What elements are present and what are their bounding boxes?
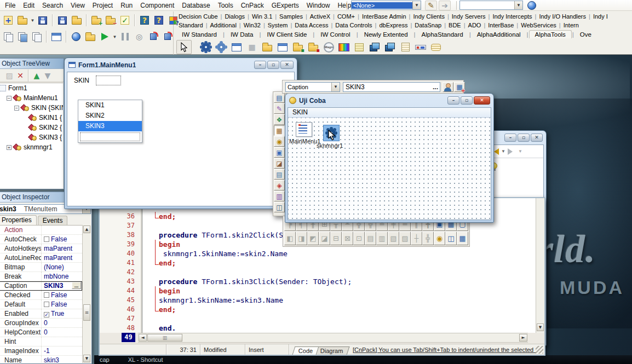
book-tool-button[interactable]: ▦ — [274, 125, 285, 136]
selector-arrow-button[interactable] — [176, 40, 192, 54]
property-combo-dropdown-icon[interactable]: ▼ — [331, 83, 340, 91]
property-row-name[interactable]: Nameskin3 — [0, 356, 82, 363]
set-debug-desktop-button[interactable]: ➔ — [439, 1, 451, 10]
step-over-button[interactable] — [160, 30, 175, 44]
property-row-helpcontext[interactable]: HelpContext0 — [0, 328, 82, 337]
menu-item-search[interactable]: Search — [38, 1, 67, 10]
palette-tab-indy-i-o-handlers[interactable]: Indy I/O Handlers — [537, 13, 588, 20]
window-list-button[interactable]: ▤ — [274, 169, 285, 180]
minimize-icon[interactable] — [447, 96, 459, 105]
menu-item-database[interactable]: Database — [178, 1, 214, 10]
toolbar-band-component-button[interactable] — [413, 40, 428, 54]
tree-item-mainmenu1[interactable]: −MainMenu1 — [0, 93, 63, 103]
palette-tab-iw-data[interactable]: IW Data — [225, 31, 259, 38]
menu-item-run[interactable]: Run — [117, 1, 136, 10]
desktop-speed-setting-combo[interactable]: <None> ▼ — [351, 1, 421, 10]
property-row-autocheck[interactable]: AutoCheckFalse — [0, 235, 82, 244]
combo-dropdown-icon[interactable]: ▼ — [412, 1, 421, 9]
palette-tab-data-access[interactable]: Data Access — [292, 21, 330, 29]
component-grid-button[interactable]: ▦ — [457, 232, 468, 245]
menu-item-skin3[interactable]: SKIN3 — [78, 121, 142, 131]
property-row-caption[interactable]: CaptionSKIN3... — [0, 281, 82, 291]
expand-icon[interactable]: + — [7, 145, 12, 150]
align-baseline-button[interactable]: ◨ — [296, 232, 307, 245]
tree-item-skin1[interactable]: SKIN1 { — [0, 113, 63, 123]
editor-horizontal-scrollbar[interactable]: ◄ ▥ ► — [138, 333, 528, 343]
empty-menu-slot[interactable] — [96, 76, 121, 85]
program-reset-button[interactable]: ◎ — [132, 30, 146, 44]
code-line[interactable]: begin — [159, 240, 180, 249]
help-globe-button[interactable] — [525, 0, 539, 10]
make-same-size-button[interactable]: ⊟ — [330, 232, 342, 245]
save-button[interactable] — [36, 13, 50, 27]
todo-list-button[interactable]: ✓ — [118, 13, 132, 27]
property-row-groupindex[interactable]: GroupIndex0 — [0, 319, 82, 328]
save-dialog-component-button[interactable] — [275, 40, 290, 54]
resize-grip[interactable] — [536, 346, 543, 354]
palette-tab-indy-servers[interactable]: Indy Servers — [450, 13, 488, 20]
close-icon[interactable] — [280, 61, 294, 69]
clipboard-tool-button[interactable]: ▥ — [274, 191, 285, 201]
image-pair-component-button[interactable] — [382, 40, 398, 54]
chat-component-button[interactable] — [428, 40, 444, 54]
taskbar[interactable]: cap XL - Shortcut — [94, 355, 632, 364]
tree-item-skin2[interactable]: SKIN2 { — [0, 123, 63, 132]
tab-code[interactable]: Code — [292, 346, 319, 355]
property-row-autohotkeys[interactable]: AutoHotkeysmaParent — [0, 244, 82, 253]
toggle-form-unit-button[interactable] — [30, 30, 44, 44]
palette-tab-webservices[interactable]: WebServices — [519, 21, 559, 29]
palette-tab-samples[interactable]: Samples — [277, 13, 305, 20]
property-row-checked[interactable]: CheckedFalse — [0, 291, 82, 300]
hint-list-component-button[interactable] — [352, 40, 367, 54]
scroll-down-icon[interactable]: ▼ — [83, 355, 90, 362]
color-tool-button[interactable]: ◈ — [274, 180, 285, 190]
move-down-button[interactable]: ▼ — [42, 70, 53, 80]
property-ellipsis-button[interactable]: ... — [433, 83, 440, 91]
color-palette-component-button[interactable] — [336, 40, 352, 54]
palette-tab-ove[interactable]: Ove — [574, 31, 597, 38]
property-name-combo[interactable]: Caption ▼ — [285, 82, 340, 92]
palette-tab-iw-control[interactable]: IW Control — [315, 31, 355, 38]
user-tool-button[interactable]: ◫ — [274, 202, 285, 212]
help-contents-button[interactable]: ? — [137, 13, 152, 27]
menu-item-gexperts[interactable]: GExperts — [268, 1, 303, 10]
new-item-button[interactable]: ▨ — [4, 70, 15, 80]
palette-tab-additional[interactable]: Additional — [208, 21, 239, 29]
code-line[interactable]: end; — [159, 212, 176, 221]
tab-events[interactable]: Events — [38, 216, 68, 225]
palette-tab-newly-extented[interactable]: Newly Extented — [359, 31, 413, 38]
palette-tab-iw-client-side[interactable]: IW Client Side — [261, 31, 312, 38]
ellipsis-button[interactable]: ... — [72, 282, 81, 289]
menu-item-view[interactable]: View — [67, 1, 89, 10]
form-titlebar[interactable]: Uji Coba — [287, 95, 492, 107]
remove-file-from-project-button[interactable]: − — [104, 13, 118, 27]
status-message-link[interactable]: [CnPack] You can use Tab/Shift+Tab to in… — [351, 346, 536, 353]
grow-to-largest-h-button[interactable]: ⊡ — [353, 232, 365, 245]
code-line[interactable]: sknmngr1.SkinName:=skin3.Name — [159, 296, 283, 305]
draw-tool-button[interactable]: ✎ — [274, 103, 285, 114]
property-row-hint[interactable]: Hint — [0, 337, 82, 346]
make-same-height-button[interactable]: ◪ — [319, 232, 330, 245]
new-button[interactable]: + — [1, 13, 15, 27]
form-menu-skin[interactable]: SKIN — [288, 108, 491, 118]
user-properties-button[interactable] — [443, 82, 453, 92]
forward-arrow-icon[interactable] — [508, 148, 516, 155]
palette-tab-intern[interactable]: Intern — [561, 21, 581, 29]
image-list-component-button[interactable] — [367, 40, 382, 54]
editor-vertical-scrollbar[interactable]: ▼ — [536, 198, 544, 333]
view-unit-button[interactable] — [1, 30, 15, 44]
maximize-icon[interactable] — [461, 96, 473, 105]
new-form-button[interactable] — [49, 30, 64, 44]
checkbox-icon[interactable] — [44, 236, 49, 242]
scroll-left-icon[interactable]: ◄ — [139, 334, 147, 342]
component-palette-button[interactable]: ❖ — [274, 114, 285, 125]
scroll-up-icon[interactable]: ▲ — [83, 226, 90, 233]
folder-component-button[interactable] — [260, 40, 275, 54]
palette-tab-decision-cube[interactable]: Decision Cube — [176, 13, 220, 20]
palette-tab-system[interactable]: System — [266, 21, 290, 29]
tree-item-skin3[interactable]: SKIN3 { — [0, 132, 63, 142]
minimize-icon[interactable] — [254, 61, 266, 69]
memo-component-button[interactable] — [398, 40, 413, 54]
menu-item-window[interactable]: Window — [303, 1, 334, 10]
close-icon[interactable] — [474, 96, 490, 105]
